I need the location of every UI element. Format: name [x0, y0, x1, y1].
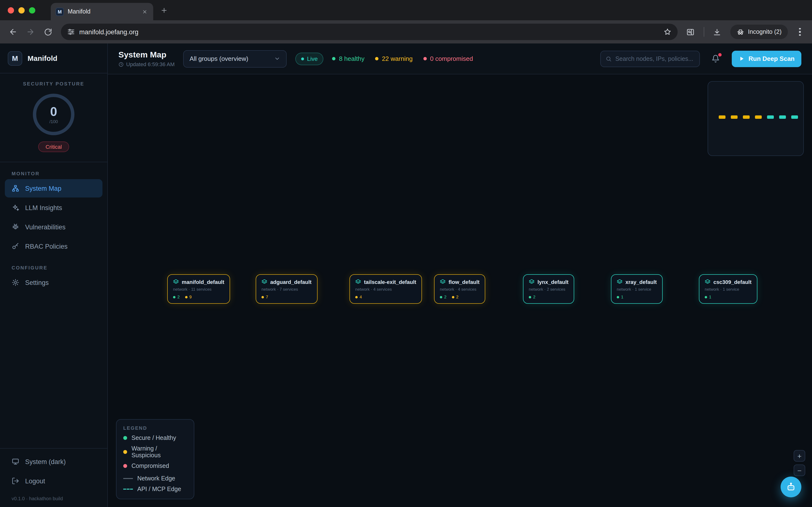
legend-item-compromised: Compromised	[123, 463, 187, 469]
key-icon	[12, 242, 19, 250]
node-meta: network · 4 services	[440, 287, 479, 292]
app-name: Manifold	[28, 54, 57, 62]
healthy-count: 8 healthy	[332, 55, 365, 62]
zoom-window-button[interactable]	[29, 7, 35, 13]
site-settings-icon[interactable]	[67, 28, 75, 36]
tab-favicon: M	[56, 7, 64, 16]
node-flow-default[interactable]: flow_default network · 4 services 2 2	[434, 274, 485, 304]
browser-window: M Manifold manifold.joefang.org Incognit…	[0, 0, 812, 507]
incognito-badge[interactable]: Incognito (2)	[730, 24, 788, 39]
warning-service-count: 7	[261, 294, 268, 299]
healthy-dot	[123, 436, 127, 440]
sidebar-item-label: Vulnerabilities	[25, 223, 65, 231]
node-title: xray_default	[617, 279, 657, 285]
bookmark-star-icon[interactable]	[663, 28, 671, 36]
sidebar-item-llm-insights[interactable]: LLM Insights	[5, 199, 102, 217]
status-summary: 8 healthy 22 warning 0 compromised	[332, 55, 473, 62]
downloads-icon[interactable]	[709, 24, 725, 40]
bug-icon	[12, 223, 19, 231]
zoom-out-button[interactable]: −	[794, 464, 805, 476]
compromised-dot	[423, 57, 426, 60]
assistant-fab[interactable]	[780, 476, 801, 497]
node-counts: 7	[261, 294, 311, 299]
live-status-badge: Live	[296, 52, 323, 65]
notification-dot	[718, 53, 721, 56]
zoom-in-button[interactable]: +	[794, 450, 805, 462]
new-tab-button[interactable]	[157, 3, 170, 17]
theme-toggle[interactable]: System (dark)	[5, 452, 102, 471]
solid-edge-sample	[123, 478, 133, 479]
back-button[interactable]	[5, 24, 21, 40]
robot-icon	[786, 482, 796, 492]
incognito-label: Incognito (2)	[748, 29, 781, 35]
compromised-count: 0 compromised	[423, 55, 473, 62]
warning-service-count: 2	[452, 294, 458, 299]
posture-gauge: 0 /100	[33, 94, 74, 135]
reload-button[interactable]	[40, 24, 56, 40]
node-meta: network · 7 services	[261, 287, 311, 292]
minimap-node	[767, 115, 774, 119]
node-lynx-default[interactable]: lynx_default network · 2 services 2	[523, 274, 574, 304]
address-bar[interactable]: manifold.joefang.org	[61, 24, 677, 40]
group-filter-select[interactable]: All groups (overview)	[184, 50, 287, 67]
warning-count: 22 warning	[375, 55, 412, 62]
sidebar-item-vulnerabilities[interactable]: Vulnerabilities	[5, 218, 102, 236]
system-map-canvas[interactable]: manifold_default network · 11 services 2…	[108, 74, 812, 507]
healthy-service-count: 1	[705, 294, 711, 299]
node-adguard-default[interactable]: adguard_default network · 7 services 7	[256, 274, 317, 304]
tab-close-icon[interactable]	[141, 8, 148, 15]
monitor-heading: MONITOR	[5, 167, 102, 179]
minimize-window-button[interactable]	[18, 7, 24, 13]
node-xray-default[interactable]: xray_default network · 1 service 1	[611, 274, 663, 304]
close-window-button[interactable]	[8, 7, 14, 13]
node-csc309-default[interactable]: csc309_default network · 1 service 1	[699, 274, 757, 304]
layers-icon	[705, 279, 711, 285]
forward-button[interactable]	[22, 24, 39, 40]
node-title: manifold_default	[173, 279, 224, 285]
updated-timestamp: Updated 6:59:36 AM	[118, 61, 175, 67]
layers-icon	[617, 279, 622, 285]
node-title: adguard_default	[261, 279, 311, 285]
search-input[interactable]	[615, 55, 694, 62]
notifications-button[interactable]	[708, 51, 723, 66]
logout-button[interactable]: Logout	[5, 472, 102, 490]
node-counts: 2	[529, 294, 568, 299]
posture-denominator: /100	[49, 119, 58, 124]
toolbar-divider	[704, 27, 704, 37]
legend-item-secure: Secure / Healthy	[123, 435, 187, 441]
minimap-node	[779, 115, 786, 119]
minimap[interactable]	[708, 81, 804, 156]
node-meta: network · 2 services	[529, 287, 568, 292]
layers-icon	[440, 279, 446, 285]
group-filter-value: All groups (overview)	[190, 55, 248, 62]
app-shell: M Manifold SECURITY POSTURE 0 /100 Criti…	[0, 44, 812, 507]
url-text[interactable]: manifold.joefang.org	[79, 28, 659, 36]
browser-tab[interactable]: M Manifold	[51, 3, 153, 20]
minimap-node	[719, 115, 725, 119]
posture-heading: SECURITY POSTURE	[0, 81, 107, 87]
browser-menu-button[interactable]	[793, 24, 807, 39]
node-manifold-default[interactable]: manifold_default network · 11 services 2…	[167, 274, 230, 304]
layers-icon	[261, 279, 267, 285]
healthy-service-count: 2	[173, 294, 180, 299]
live-dot	[301, 57, 304, 60]
gear-icon	[12, 279, 19, 286]
sidebar-item-rbac-policies[interactable]: RBAC Policies	[5, 237, 102, 256]
minimap-node	[731, 115, 738, 119]
node-tailscale-exit-default[interactable]: tailscale-exit_default network · 4 servi…	[349, 274, 422, 304]
warning-dot	[375, 57, 378, 60]
legend-heading: LEGEND	[123, 426, 187, 431]
sidebar-item-settings[interactable]: Settings	[5, 273, 102, 292]
node-title: flow_default	[440, 279, 479, 285]
run-deep-scan-button[interactable]: Run Deep Scan	[731, 50, 801, 67]
dashed-edge-sample	[123, 489, 133, 490]
sidebar-item-system-map[interactable]: System Map	[5, 179, 102, 198]
search-box[interactable]	[600, 50, 700, 67]
node-title: tailscale-exit_default	[355, 279, 416, 285]
minimap-nodes	[719, 115, 798, 119]
node-meta: network · 1 service	[617, 287, 657, 292]
side-panel-search-icon[interactable]	[682, 24, 699, 40]
layers-icon	[355, 279, 361, 285]
brand-header: M Manifold	[0, 44, 107, 73]
tab-title: Manifold	[68, 8, 137, 15]
